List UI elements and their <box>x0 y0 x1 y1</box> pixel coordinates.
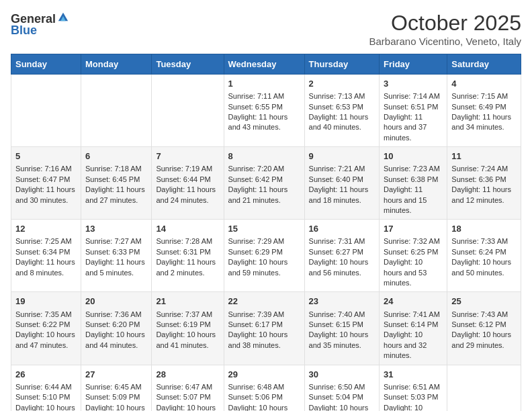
day-info: Sunrise: 7:18 AM <box>85 164 147 174</box>
title-section: October 2025 Barbarano Vicentino, Veneto… <box>369 11 521 47</box>
day-info: Daylight: 10 hours and 47 minutes. <box>15 330 77 351</box>
day-info: Daylight: 10 hours and 41 minutes. <box>156 330 219 351</box>
header-tuesday: Tuesday <box>152 54 224 75</box>
day-info: Daylight: 10 hours and 20 minutes. <box>156 403 219 411</box>
day-number: 15 <box>228 223 300 235</box>
day-number: 6 <box>85 150 147 163</box>
calendar-cell: 18Sunrise: 7:33 AMSunset: 6:24 PMDayligh… <box>447 220 521 292</box>
day-info: Daylight: 11 hours and 27 minutes. <box>85 185 147 205</box>
day-number: 31 <box>384 369 443 381</box>
header-wednesday: Wednesday <box>224 54 304 75</box>
day-info: Daylight: 11 hours and 40 minutes. <box>309 112 375 133</box>
page-subtitle: Barbarano Vicentino, Veneto, Italy <box>369 36 521 47</box>
day-info: Sunset: 6:17 PM <box>228 320 300 330</box>
calendar-week-row: 19Sunrise: 7:35 AMSunset: 6:22 PMDayligh… <box>11 292 521 365</box>
day-info: Sunrise: 7:33 AM <box>451 236 517 246</box>
header-thursday: Thursday <box>304 54 379 75</box>
day-info: Sunset: 6:47 PM <box>15 175 77 185</box>
calendar-cell: 17Sunrise: 7:32 AMSunset: 6:25 PMDayligh… <box>380 220 447 292</box>
calendar-cell: 19Sunrise: 7:35 AMSunset: 6:22 PMDayligh… <box>11 292 81 365</box>
day-info: Sunset: 6:45 PM <box>85 175 147 185</box>
day-info: Sunset: 6:29 PM <box>228 247 300 257</box>
day-info: Sunrise: 7:28 AM <box>156 236 219 246</box>
day-info: Sunrise: 6:48 AM <box>228 382 300 392</box>
calendar-cell: 21Sunrise: 7:37 AMSunset: 6:19 PMDayligh… <box>152 292 224 365</box>
calendar-cell: 15Sunrise: 7:29 AMSunset: 6:29 PMDayligh… <box>224 220 304 292</box>
calendar-table: SundayMondayTuesdayWednesdayThursdayFrid… <box>11 54 521 411</box>
day-info: Sunset: 5:06 PM <box>228 392 300 402</box>
day-number: 25 <box>451 295 517 308</box>
day-info: Sunrise: 6:50 AM <box>309 382 375 392</box>
day-info: Sunrise: 6:51 AM <box>384 382 443 392</box>
day-info: Daylight: 11 hours and 30 minutes. <box>15 185 77 205</box>
day-number: 13 <box>85 223 147 235</box>
day-info: Daylight: 11 hours and 21 minutes. <box>228 185 300 205</box>
day-info: Sunrise: 7:14 AM <box>384 91 443 101</box>
day-info: Sunrise: 6:45 AM <box>85 382 147 392</box>
day-info: Sunset: 6:42 PM <box>228 175 300 185</box>
day-info: Sunset: 6:33 PM <box>85 247 147 257</box>
day-info: Sunset: 6:40 PM <box>309 175 375 185</box>
day-info: Daylight: 11 hours and 18 minutes. <box>309 185 375 205</box>
day-info: Sunset: 6:25 PM <box>384 247 443 257</box>
calendar-cell: 29Sunrise: 6:48 AMSunset: 5:06 PMDayligh… <box>224 365 304 411</box>
day-info: Sunset: 6:49 PM <box>451 102 517 112</box>
day-info: Sunset: 6:27 PM <box>309 247 375 257</box>
day-number: 30 <box>309 369 375 381</box>
calendar-cell: 5Sunrise: 7:16 AMSunset: 6:47 PMDaylight… <box>11 147 81 220</box>
day-info: Sunset: 5:04 PM <box>309 392 375 402</box>
calendar-week-row: 5Sunrise: 7:16 AMSunset: 6:47 PMDaylight… <box>11 147 521 220</box>
calendar-cell: 6Sunrise: 7:18 AMSunset: 6:45 PMDaylight… <box>81 147 152 220</box>
calendar-cell: 9Sunrise: 7:21 AMSunset: 6:40 PMDaylight… <box>304 147 379 220</box>
day-info: Daylight: 10 hours and 44 minutes. <box>85 330 147 351</box>
day-number: 19 <box>15 295 77 308</box>
day-number: 28 <box>156 369 219 381</box>
day-number: 11 <box>451 150 517 163</box>
calendar-week-row: 1Sunrise: 7:11 AMSunset: 6:55 PMDaylight… <box>11 75 521 147</box>
logo-blue-text: Blue <box>11 24 37 38</box>
day-info: Sunset: 6:55 PM <box>228 102 300 112</box>
day-info: Sunset: 6:15 PM <box>309 320 375 330</box>
day-info: Sunrise: 7:35 AM <box>15 310 77 320</box>
day-number: 29 <box>228 369 300 381</box>
day-number: 26 <box>15 369 77 381</box>
calendar-cell: 14Sunrise: 7:28 AMSunset: 6:31 PMDayligh… <box>152 220 224 292</box>
header-friday: Friday <box>380 54 447 75</box>
day-info: Sunrise: 7:31 AM <box>309 236 375 246</box>
day-info: Sunset: 5:03 PM <box>384 392 443 402</box>
day-number: 16 <box>309 223 375 235</box>
calendar-cell: 31Sunrise: 6:51 AMSunset: 5:03 PMDayligh… <box>380 365 447 411</box>
day-number: 7 <box>156 150 219 163</box>
day-number: 1 <box>228 78 300 90</box>
day-info: Sunset: 6:19 PM <box>156 320 219 330</box>
day-info: Daylight: 10 hours and 59 minutes. <box>228 257 300 278</box>
day-number: 4 <box>451 78 517 90</box>
day-info: Daylight: 10 hours and 53 minutes. <box>384 257 443 288</box>
day-number: 18 <box>451 223 517 235</box>
calendar-cell: 30Sunrise: 6:50 AMSunset: 5:04 PMDayligh… <box>304 365 379 411</box>
calendar-cell: 11Sunrise: 7:24 AMSunset: 6:36 PMDayligh… <box>447 147 521 220</box>
calendar-cell: 2Sunrise: 7:13 AMSunset: 6:53 PMDaylight… <box>304 75 379 147</box>
day-info: Sunrise: 7:25 AM <box>15 236 77 246</box>
day-info: Sunrise: 7:24 AM <box>451 164 517 174</box>
day-info: Sunset: 6:20 PM <box>85 320 147 330</box>
day-info: Daylight: 10 hours and 56 minutes. <box>309 257 375 278</box>
calendar-week-row: 12Sunrise: 7:25 AMSunset: 6:34 PMDayligh… <box>11 220 521 292</box>
day-info: Sunrise: 7:40 AM <box>309 310 375 320</box>
day-info: Sunset: 6:12 PM <box>451 320 517 330</box>
header-saturday: Saturday <box>447 54 521 75</box>
day-info: Daylight: 10 hours and 29 minutes. <box>451 330 517 351</box>
day-info: Daylight: 11 hours and 37 minutes. <box>384 112 443 143</box>
day-info: Sunrise: 7:16 AM <box>15 164 77 174</box>
day-number: 3 <box>384 78 443 90</box>
day-number: 24 <box>384 295 443 308</box>
header-sunday: Sunday <box>11 54 81 75</box>
day-info: Daylight: 10 hours and 35 minutes. <box>309 330 375 351</box>
calendar-cell: 27Sunrise: 6:45 AMSunset: 5:09 PMDayligh… <box>81 365 152 411</box>
day-info: Sunset: 6:22 PM <box>15 320 77 330</box>
day-info: Sunrise: 7:39 AM <box>228 310 300 320</box>
day-info: Sunrise: 7:41 AM <box>384 310 443 320</box>
day-info: Sunset: 5:10 PM <box>15 392 77 402</box>
day-info: Sunset: 6:14 PM <box>384 320 443 330</box>
day-info: Daylight: 10 hours and 50 minutes. <box>451 257 517 278</box>
